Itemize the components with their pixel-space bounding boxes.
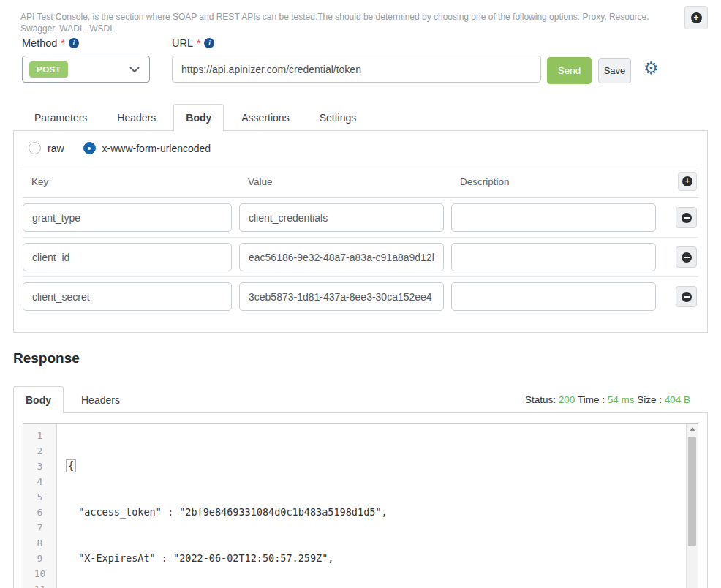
value-input[interactable] <box>239 203 444 232</box>
value-input[interactable] <box>239 282 444 311</box>
request-form: Method * i POST URL * i Send Save ⚙ <box>0 34 721 84</box>
remove-row-button[interactable] <box>676 207 697 228</box>
description-input[interactable] <box>451 203 656 232</box>
code-line: "access_token" : "2bf9e8469331084d0c1b48… <box>66 505 698 520</box>
table-row <box>23 238 698 277</box>
radio-urlencoded[interactable]: x-www-form-urlencoded <box>83 142 211 154</box>
code-text: { <box>66 459 76 472</box>
response-tab-body[interactable]: Body <box>13 386 64 413</box>
tab-parameters[interactable]: Parameters <box>22 104 99 130</box>
minus-circle-icon <box>682 213 692 223</box>
radio-checked-icon <box>83 142 96 154</box>
url-input[interactable] <box>172 56 541 83</box>
method-label: Method * i <box>22 37 150 49</box>
response-status-line: Status: 200 Time : 54 ms Size : 404 B <box>525 394 690 405</box>
line-number: 1 <box>23 428 56 443</box>
radio-unchecked-icon <box>29 142 41 154</box>
plus-circle-icon: + <box>691 12 702 23</box>
column-header-value: Value <box>239 176 451 187</box>
description-input[interactable] <box>451 243 656 271</box>
response-tab-headers[interactable]: Headers <box>69 386 132 412</box>
tab-settings[interactable]: Settings <box>307 104 369 130</box>
column-header-description: Description <box>451 176 663 187</box>
remove-row-button[interactable] <box>676 246 697 268</box>
plus-circle-icon: + <box>682 176 692 186</box>
console-description: API Test Console, is the section where S… <box>20 6 684 34</box>
line-number: 11 <box>23 581 56 588</box>
params-table: Key Value Description + <box>23 165 698 316</box>
info-icon[interactable]: i <box>69 38 79 48</box>
line-number-gutter: 1 2 3 4 5 6 7 8 9 10 11 <box>23 424 57 588</box>
line-number: 5 <box>23 489 56 505</box>
tab-headers[interactable]: Headers <box>105 104 168 130</box>
key-input[interactable] <box>23 203 232 232</box>
required-asterisk: * <box>197 37 200 49</box>
line-number: 3 <box>23 459 56 474</box>
scroll-up-icon[interactable] <box>687 424 698 434</box>
tab-body[interactable]: Body <box>173 104 224 131</box>
code-line: { <box>66 459 698 474</box>
params-table-header: Key Value Description + <box>23 165 698 198</box>
tab-assertions[interactable]: Assertions <box>229 104 301 130</box>
add-console-button[interactable]: + <box>684 6 708 29</box>
line-number: 6 <box>23 505 56 520</box>
method-group: Method * i POST <box>22 37 150 83</box>
column-header-key: Key <box>23 176 239 187</box>
gear-icon[interactable]: ⚙ <box>643 60 659 77</box>
radio-raw[interactable]: raw <box>29 142 64 154</box>
line-number: 8 <box>23 535 56 551</box>
top-bar: API Test Console, is the section where S… <box>0 0 721 34</box>
response-tabs: Body Headers Status: 200 Time : 54 ms Si… <box>0 386 721 412</box>
line-number: 2 <box>23 443 56 459</box>
line-number: 4 <box>23 474 56 489</box>
time-value: 54 ms <box>608 394 635 405</box>
description-input[interactable] <box>451 282 656 311</box>
line-number: 7 <box>23 520 56 535</box>
request-tabs: Parameters Headers Body Assertions Setti… <box>0 104 721 130</box>
scrollbar-thumb[interactable] <box>688 437 696 546</box>
url-group: URL * i <box>172 37 541 83</box>
code-text: "access_token" : "2bf9e8469331084d0c1b48… <box>78 506 388 518</box>
add-row-button[interactable]: + <box>678 172 697 191</box>
api-test-console: API Test Console, is the section where S… <box>0 0 721 588</box>
required-asterisk: * <box>61 37 64 49</box>
table-row <box>23 277 698 316</box>
radio-urlencoded-label: x-www-form-urlencoded <box>102 143 211 154</box>
chevron-down-icon <box>129 64 140 75</box>
url-label-text: URL <box>172 37 193 49</box>
status-value: 200 <box>559 394 575 405</box>
method-label-text: Method <box>22 37 57 49</box>
method-badge: POST <box>29 61 68 78</box>
table-row <box>23 198 698 238</box>
response-title: Response <box>13 350 708 366</box>
line-number: 9 <box>23 551 56 566</box>
minus-circle-icon <box>682 292 692 302</box>
vertical-scrollbar[interactable] <box>686 424 698 588</box>
response-code-editor[interactable]: 1 2 3 4 5 6 7 8 9 10 11 { "access_token"… <box>23 423 698 588</box>
tabs-spacer <box>13 104 22 130</box>
value-input[interactable] <box>239 243 444 271</box>
method-select[interactable]: POST <box>22 56 150 83</box>
size-label: Size : <box>637 394 662 405</box>
code-line: "X-ExpiresAt" : "2022-06-02T12:50:57.259… <box>66 551 698 566</box>
remove-row-button[interactable] <box>676 286 697 307</box>
size-value: 404 B <box>665 394 690 405</box>
line-number: 10 <box>23 566 56 581</box>
minus-circle-icon <box>682 252 692 263</box>
time-label: Time : <box>578 394 605 405</box>
key-input[interactable] <box>23 243 232 271</box>
body-mode-options: raw x-www-form-urlencoded <box>23 131 698 165</box>
url-label: URL * i <box>172 37 541 49</box>
response-json: { "access_token" : "2bf9e8469331084d0c1b… <box>57 424 698 588</box>
key-input[interactable] <box>23 282 232 311</box>
info-icon[interactable]: i <box>204 38 214 48</box>
status-label: Status: <box>525 394 556 405</box>
code-text: "X-ExpiresAt" : "2022-06-02T12:50:57.259… <box>78 552 334 564</box>
save-button[interactable]: Save <box>598 58 631 83</box>
body-tab-panel: raw x-www-form-urlencoded Key Value Desc… <box>13 130 708 333</box>
response-body-panel: 1 2 3 4 5 6 7 8 9 10 11 { "access_token"… <box>13 412 708 588</box>
send-button[interactable]: Send <box>547 57 592 84</box>
radio-raw-label: raw <box>48 143 64 154</box>
